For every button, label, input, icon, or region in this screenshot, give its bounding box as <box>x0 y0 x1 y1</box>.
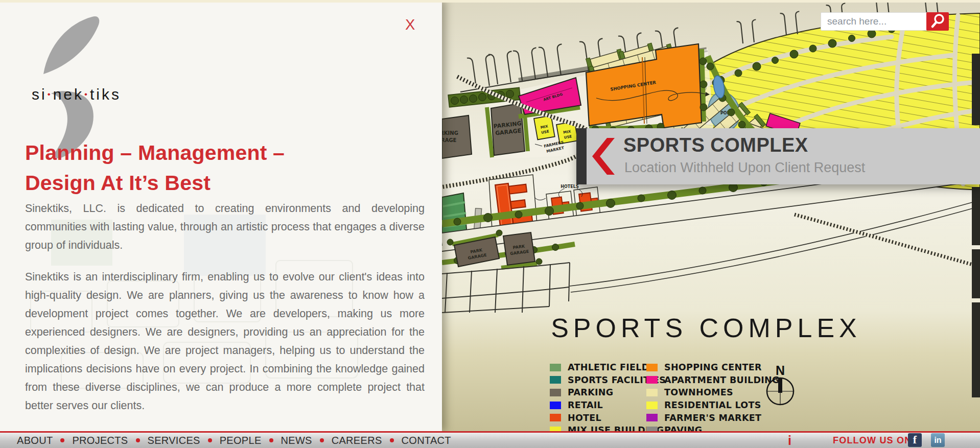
page-title-line1: Planning – Management – <box>25 138 418 168</box>
page-title-line2: Design At It’s Best <box>25 168 418 198</box>
legend-swatch <box>646 414 658 421</box>
nav-separator-dot <box>390 438 394 442</box>
project-banner: SPORTS COMPLEX Location Withheld Upon Cl… <box>576 128 980 184</box>
legend-label: FARMER'S MARKET <box>664 413 761 423</box>
wordmark-dot-icon: • <box>48 89 53 99</box>
legend-label: APARTMENT BUILDING <box>664 375 780 385</box>
nav-separator-dot <box>136 438 140 442</box>
nav-separator-dot <box>269 438 273 442</box>
legend-swatch <box>646 389 658 396</box>
map-label-hotels: HOTELS <box>561 184 579 189</box>
legend-swatch <box>550 389 561 396</box>
top-cream-strip <box>0 0 980 3</box>
nav-item-projects[interactable]: PROJECTS <box>72 435 128 446</box>
footer-bar: ABOUT PROJECTS SERVICES PEOPLE NEWS CARE… <box>0 431 980 448</box>
legend-label: RESIDENTIAL LOTS <box>664 400 761 410</box>
legend-label: RETAIL <box>568 400 603 410</box>
legend-label: ATHLETIC FIELDS <box>568 362 656 372</box>
legend-swatch <box>646 402 658 409</box>
legend-swatch <box>550 414 561 421</box>
legend-label: TOWNHOMES <box>664 387 733 397</box>
banner-title: SPORTS COMPLEX <box>623 134 808 156</box>
map-label-parking-w2: GARAGE <box>442 137 457 143</box>
legend-item: TOWNHOMES <box>646 386 780 399</box>
search-input[interactable] <box>821 12 927 31</box>
footer-nav: ABOUT PROJECTS SERVICES PEOPLE NEWS CARE… <box>17 433 451 448</box>
intro-paragraph-1: Sinektiks, LLC. is dedicated to creating… <box>25 199 425 254</box>
legend-label: HOTEL <box>568 413 601 423</box>
nav-item-contact[interactable]: CONTACT <box>402 435 451 446</box>
intro-panel: si•nek•tiks X Planning – Management – De… <box>0 0 442 431</box>
legend-label: SHOPPING CENTER <box>664 362 762 372</box>
legend-swatch <box>550 364 561 371</box>
search-button[interactable] <box>926 12 949 31</box>
facebook-icon[interactable]: f <box>908 433 922 447</box>
chevron-left-icon[interactable] <box>591 137 616 176</box>
wordmark-dot-icon: • <box>84 89 89 99</box>
banner-edge <box>576 128 587 184</box>
nav-separator-dot <box>208 438 212 442</box>
wordmark-part3: tiks <box>90 86 121 103</box>
nav-item-services[interactable]: SERVICES <box>148 435 200 446</box>
page-title: Planning – Management – Design At It’s B… <box>25 138 418 198</box>
info-icon[interactable]: i <box>788 433 791 448</box>
intro-paragraph-2: Sinektiks is an interdisciplinary firm, … <box>25 268 425 415</box>
banner-subtitle: Location Withheld Upon Client Request <box>624 160 865 176</box>
nav-item-news[interactable]: NEWS <box>281 435 312 446</box>
page: POND PARKING GARAGE <box>0 0 980 448</box>
close-panel-button[interactable]: X <box>405 16 415 33</box>
legend-swatch <box>646 364 658 371</box>
nav-item-careers[interactable]: CAREERS <box>332 435 382 446</box>
follow-us-label: FOLLOW US ON <box>833 435 912 446</box>
linkedin-icon[interactable]: in <box>931 433 945 447</box>
sinektiks-wordmark: si•nek•tiks <box>32 86 121 103</box>
map-parking-garage-west: PARKING GARAGE <box>442 115 472 158</box>
map-right-edge-strips <box>972 54 980 397</box>
legend-swatch <box>646 376 658 384</box>
legend-item: RESIDENTIAL LOTS <box>646 399 780 412</box>
legend-item: FARMER'S MARKET <box>646 411 780 424</box>
map-title: SPORTS COMPLEX <box>551 313 861 343</box>
legend-item: SHOPPING CENTER <box>646 361 780 374</box>
nav-separator-dot <box>320 438 324 442</box>
map-label-parking-w1: PARKING <box>442 130 458 136</box>
legend-swatch <box>550 376 561 384</box>
nav-item-about[interactable]: ABOUT <box>17 435 53 446</box>
nav-separator-dot <box>60 438 64 442</box>
wordmark-part1: si <box>32 86 47 103</box>
magnifier-icon <box>929 13 946 29</box>
legend-label: PARKING <box>568 387 613 397</box>
legend-swatch <box>550 402 561 409</box>
map-parking-garage: PARKING GARAGE <box>487 102 528 157</box>
nav-item-people[interactable]: PEOPLE <box>220 435 262 446</box>
wordmark-part2: nek <box>53 86 84 103</box>
legend-item: APARTMENT BUILDING <box>646 374 780 387</box>
